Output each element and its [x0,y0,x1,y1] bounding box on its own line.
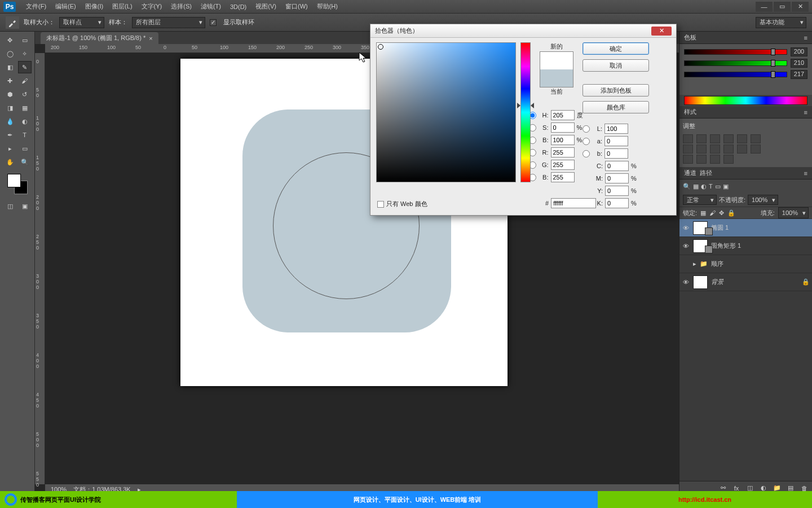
styles-panel-header[interactable]: 样式≡ [679,106,812,119]
color-picker-dialog[interactable]: 拾色器（纯色） ✕ 新的 当前 H:度 S:% B:% R: G: B: 确定 [370,24,677,216]
opacity-input[interactable]: 100% [748,195,778,205]
eyedropper-tool[interactable]: ✎ [18,61,32,73]
layer-filter-icon[interactable]: 🔍 [683,183,691,190]
adj-icon[interactable] [723,134,734,143]
a-radio[interactable] [582,138,590,145]
adj-icon[interactable] [696,134,707,143]
h-input[interactable] [551,110,575,120]
r-value[interactable]: 200 [791,47,807,56]
crop-tool[interactable]: ◧ [3,61,17,73]
lab-b-radio[interactable] [582,150,590,157]
panel-menu-icon[interactable]: ≡ [804,109,807,116]
visibility-icon[interactable]: 👁 [682,242,690,250]
document-tab-close[interactable]: × [149,35,152,42]
lasso-tool[interactable]: ◯ [3,47,17,60]
dodge-tool[interactable]: ◐ [18,115,32,128]
shape-tool[interactable]: ▭ [18,142,32,155]
adj-icon[interactable] [723,155,734,164]
current-color-swatch[interactable] [540,69,573,87]
menu-image[interactable]: 图像(I) [81,1,108,13]
adjustments-tab[interactable]: 调整 [683,122,695,130]
visibility-icon[interactable]: 👁 [682,224,690,232]
lab-b-input[interactable] [604,148,628,159]
filter-pixel-icon[interactable]: ▦ [693,183,699,190]
zoom-tool[interactable]: 🔍 [18,156,32,168]
lock-transparent-icon[interactable]: ▦ [700,209,706,217]
path-select-tool[interactable]: ▸ [3,142,17,155]
b-slider[interactable] [684,72,787,77]
hue-slider[interactable] [520,42,531,182]
visibility-icon[interactable]: 👁 [682,278,690,286]
gradient-tool[interactable]: ▦ [18,102,32,114]
filter-adjust-icon[interactable]: ◐ [701,183,707,190]
a-input[interactable] [604,136,628,146]
menu-view[interactable]: 视图(V) [251,1,281,13]
brush-tool[interactable]: 🖌 [18,75,32,87]
layer-name[interactable]: 圆角矩形 1 [711,242,741,250]
filter-type-icon[interactable]: T [709,183,713,190]
adj-icon[interactable] [683,155,693,164]
eraser-tool[interactable]: ◨ [3,102,17,114]
adj-icon[interactable] [737,144,747,154]
magic-wand-tool[interactable]: ✧ [18,47,32,60]
g-value[interactable]: 210 [791,59,807,68]
adj-icon[interactable] [683,134,693,143]
fill-input[interactable]: 100% [778,207,809,218]
menu-file[interactable]: 文件(F) [21,1,51,13]
panel-menu-icon[interactable]: ≡ [804,34,807,41]
color-marker[interactable] [378,44,383,50]
sample-layers-dropdown[interactable]: 所有图层 [132,17,205,28]
filter-shape-icon[interactable]: ▭ [715,183,721,190]
workspace-dropdown[interactable]: 基本功能 [756,17,806,28]
saturation-brightness-field[interactable] [376,42,516,182]
sample-size-dropdown[interactable]: 取样点 [59,17,104,28]
channels-tab[interactable]: 通道 [684,169,696,177]
window-close-button[interactable]: ✕ [792,2,809,12]
ok-button[interactable]: 确定 [582,42,649,55]
r-slider[interactable] [684,49,787,55]
layer-row[interactable]: 👁 椭圆 1 [679,219,812,237]
lock-position-icon[interactable]: ✥ [719,209,724,217]
l-radio[interactable] [582,125,590,133]
marquee-tool[interactable]: ▭ [18,34,32,46]
b-input[interactable] [551,135,575,145]
hand-tool[interactable]: ✋ [3,156,17,168]
layer-name[interactable]: 顺序 [711,260,723,268]
l-input[interactable] [604,124,628,134]
document-tab[interactable]: 未标题-1 @ 100% (椭圆 1, RGB/8) * × [41,32,158,44]
adj-icon[interactable] [710,155,720,164]
menu-layer[interactable]: 图层(L) [108,1,136,13]
layer-row[interactable]: ▸ 📁 顺序 [679,255,812,273]
layer-name[interactable]: 椭圆 1 [711,224,729,232]
s-input[interactable] [551,122,575,133]
dialog-title-bar[interactable]: 拾色器（纯色） ✕ [370,24,676,38]
window-minimize-button[interactable]: — [756,2,773,12]
blend-mode-dropdown[interactable]: 正常 [683,195,717,205]
quickmask-tool[interactable]: ◫ [3,200,17,212]
m-input[interactable] [605,173,629,183]
history-brush-tool[interactable]: ↺ [18,88,32,100]
adj-icon[interactable] [751,144,761,154]
type-tool[interactable]: T [18,129,32,141]
r-input[interactable] [551,147,575,157]
layer-thumbnail[interactable] [693,239,708,253]
adj-icon[interactable] [696,144,707,154]
color-panel-header[interactable]: 色板≡ [679,32,812,44]
styles-tab[interactable]: 样式 [684,108,696,116]
adj-icon[interactable] [737,134,747,143]
web-only-checkbox[interactable] [377,201,384,208]
color-libraries-button[interactable]: 颜色库 [582,101,649,113]
foreground-color-swatch[interactable] [7,174,21,187]
menu-window[interactable]: 窗口(W) [281,1,312,13]
layer-thumbnail[interactable] [693,221,708,235]
layer-name[interactable]: 背景 [711,278,723,286]
g-slider[interactable] [684,60,787,66]
stamp-tool[interactable]: ⬢ [3,88,17,100]
hex-input[interactable] [551,198,596,208]
adj-icon[interactable] [683,144,693,154]
paths-tab[interactable]: 路径 [700,169,712,177]
lock-all-icon[interactable]: 🔒 [727,209,735,217]
screenmode-tool[interactable]: ▣ [18,200,32,212]
b2-input[interactable] [551,172,575,182]
adj-icon[interactable] [696,155,707,164]
